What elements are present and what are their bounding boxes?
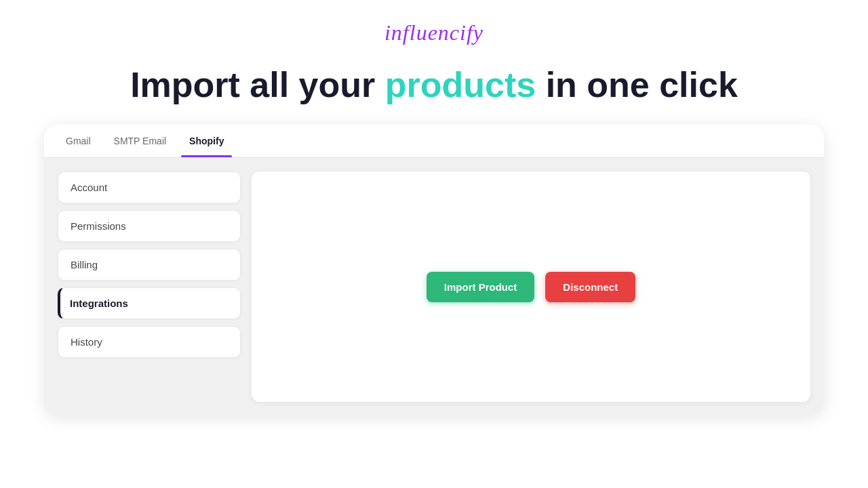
tab-shopify[interactable]: Shopify bbox=[181, 125, 232, 157]
main-card: Gmail SMTP Email Shopify Account Permiss… bbox=[44, 125, 824, 415]
sidebar-item-permissions[interactable]: Permissions bbox=[58, 210, 241, 242]
sidebar-item-billing[interactable]: Billing bbox=[58, 249, 241, 281]
header: influencify bbox=[384, 20, 484, 45]
sidebar: Account Permissions Billing Integrations… bbox=[58, 171, 241, 402]
hero-highlight: products bbox=[385, 65, 536, 104]
import-product-button[interactable]: Import Product bbox=[427, 272, 535, 302]
hero-text-after: in one click bbox=[536, 65, 738, 104]
tab-smtp-email[interactable]: SMTP Email bbox=[106, 125, 175, 157]
hero-title: Import all your products in one click bbox=[130, 66, 738, 104]
tabs-bar: Gmail SMTP Email Shopify bbox=[44, 125, 824, 158]
logo: influencify bbox=[384, 20, 484, 45]
hero-text-before: Import all your bbox=[130, 65, 385, 104]
disconnect-button[interactable]: Disconnect bbox=[545, 272, 635, 302]
content-panel: Import Product Disconnect bbox=[252, 171, 810, 402]
tab-gmail[interactable]: Gmail bbox=[58, 125, 99, 157]
sidebar-item-integrations[interactable]: Integrations bbox=[58, 287, 241, 319]
sidebar-item-account[interactable]: Account bbox=[58, 171, 241, 203]
sidebar-item-history[interactable]: History bbox=[58, 326, 241, 358]
card-body: Account Permissions Billing Integrations… bbox=[44, 158, 824, 415]
